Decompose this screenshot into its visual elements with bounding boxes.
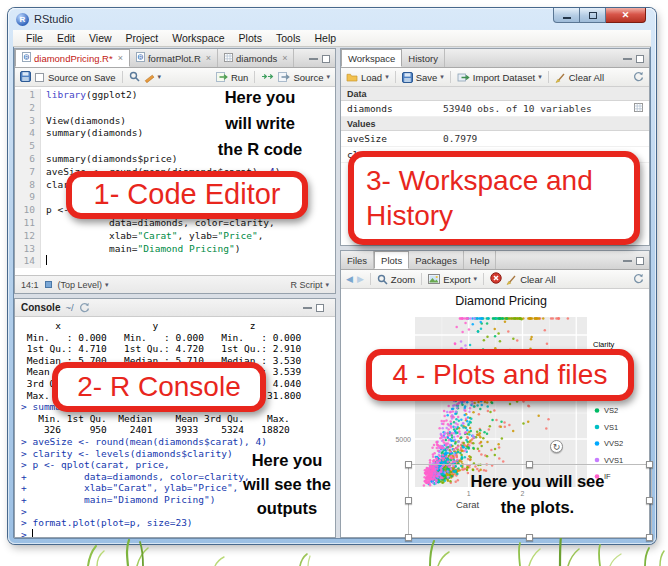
section-header-data: Data: [341, 87, 649, 101]
tab-files[interactable]: Files: [341, 251, 374, 269]
file-type-selector[interactable]: R Script▾: [290, 280, 329, 290]
folder-icon: [346, 72, 358, 82]
load-workspace-button[interactable]: Load▾: [346, 72, 389, 83]
source-button[interactable]: Source▾: [278, 72, 330, 83]
resize-handle[interactable]: [646, 497, 653, 504]
scope-selector[interactable]: (Top Level)▾: [58, 280, 109, 290]
save-workspace-button[interactable]: Save▾: [402, 72, 444, 83]
tab-workspace[interactable]: Workspace: [341, 49, 402, 67]
refresh-icon[interactable]: [633, 273, 644, 286]
code-line: 14: [15, 255, 335, 268]
plots-toolbar: ◀ ▶ Zoom Export▾ Clear All: [341, 270, 649, 289]
menu-file[interactable]: File: [19, 31, 50, 45]
resize-handle[interactable]: [526, 534, 533, 541]
next-plot-icon[interactable]: ▶: [357, 274, 364, 284]
history-arrow-icon[interactable]: [79, 299, 90, 317]
clear-all-plots-button[interactable]: Clear All: [506, 274, 555, 285]
minimize-button[interactable]: [553, 8, 580, 23]
remove-plot-icon[interactable]: [490, 272, 502, 286]
tab-label: History: [408, 53, 438, 64]
annotation-note-plots: Here you will seethe plots.: [430, 468, 645, 520]
tab-label: diamonds: [236, 53, 277, 64]
tab-label: Plots: [381, 255, 402, 266]
export-plot-button[interactable]: Export▾: [428, 274, 477, 285]
menu-view[interactable]: View: [82, 31, 119, 45]
line-number: 11: [15, 217, 41, 230]
broom-icon: [506, 274, 517, 285]
close-button[interactable]: ✕: [606, 8, 646, 23]
zoom-plot-button[interactable]: Zoom: [377, 274, 415, 285]
source-on-save-checkbox[interactable]: [35, 73, 44, 82]
pane-minimize-icon[interactable]: [623, 260, 632, 262]
resize-handle[interactable]: [646, 461, 653, 468]
console-title: Console: [21, 302, 60, 313]
tab-label: diamondPricing.R*: [34, 53, 113, 64]
import-dataset-button[interactable]: Import Dataset▾: [457, 72, 542, 83]
resize-handle[interactable]: [405, 461, 412, 468]
menu-project[interactable]: Project: [119, 31, 166, 45]
code-tools-button[interactable]: ▾: [144, 72, 162, 83]
workspace-object-diamonds[interactable]: diamonds53940 obs. of 10 variables: [341, 101, 649, 117]
pane-maximize-icon[interactable]: [636, 55, 644, 63]
line-number: 7: [15, 166, 41, 179]
workspace-tab-bar: WorkspaceHistory: [341, 49, 649, 68]
refresh-icon[interactable]: [633, 71, 644, 84]
annotation-note-editor: Here youwill writethe R code: [190, 84, 330, 162]
console-line: >: [21, 529, 335, 537]
line-number: 13: [15, 243, 41, 256]
svg-text:VS1: VS1: [604, 423, 618, 432]
line-number: 4: [15, 127, 41, 140]
save-icon[interactable]: [20, 71, 31, 84]
annotation-note-console: Here youwill see theoutputs: [218, 448, 356, 520]
run-button[interactable]: Run: [216, 72, 248, 83]
broom-icon: [555, 72, 566, 83]
close-tab-icon[interactable]: ×: [282, 53, 287, 63]
cursor-position: 14:1: [21, 280, 39, 290]
tab-plots[interactable]: Plots: [374, 251, 409, 269]
resize-handle[interactable]: [405, 534, 412, 541]
pane-maximize-icon[interactable]: [316, 304, 324, 312]
tab-help[interactable]: Help: [464, 251, 497, 269]
tab-history[interactable]: History: [402, 49, 445, 67]
menu-tools[interactable]: Tools: [269, 31, 308, 45]
pane-minimize-icon[interactable]: [623, 58, 632, 60]
resize-handle[interactable]: [646, 534, 653, 541]
pane-maximize-icon[interactable]: [636, 257, 644, 265]
workspace-object-aveSize[interactable]: aveSize0.7979: [341, 131, 649, 147]
resize-handle[interactable]: [405, 497, 412, 504]
menu-workspace[interactable]: Workspace: [165, 31, 231, 45]
menu-edit[interactable]: Edit: [50, 31, 82, 45]
object-value: 0.7979: [443, 133, 643, 144]
tab-label: Help: [470, 255, 490, 266]
clear-all-button[interactable]: Clear All: [555, 72, 604, 83]
tab-packages[interactable]: Packages: [409, 251, 464, 269]
view-data-icon[interactable]: [634, 103, 643, 114]
menu-plots[interactable]: Plots: [232, 31, 269, 45]
rotate-handle[interactable]: ↻: [550, 440, 563, 453]
rerun-icon[interactable]: [261, 72, 274, 83]
tab-formatplot-r[interactable]: RformatPlot.R×: [130, 49, 218, 67]
line-number: 3: [15, 115, 41, 128]
save-icon: [402, 72, 413, 83]
close-tab-icon[interactable]: ×: [118, 53, 123, 63]
svg-text:VS2: VS2: [604, 406, 618, 415]
source-icon: [278, 72, 290, 82]
svg-text:5000: 5000: [395, 436, 411, 443]
previous-plot-icon[interactable]: ◀: [346, 274, 353, 284]
minimize-icon: [563, 17, 571, 19]
console-line: 326 950 2401 3933 5324 18820: [21, 424, 335, 436]
close-tab-icon[interactable]: ×: [206, 53, 211, 63]
maximize-button[interactable]: [580, 8, 606, 23]
line-number: 12: [15, 230, 41, 243]
tab-diamondpricing-r-[interactable]: RdiamondPricing.R*×: [15, 49, 130, 67]
menu-help[interactable]: Help: [307, 31, 343, 45]
console-line: x y z: [21, 320, 335, 332]
search-icon[interactable]: [129, 71, 140, 84]
tab-diamonds[interactable]: diamonds×: [218, 49, 294, 67]
tab-label: formatPlot.R: [148, 53, 201, 64]
resize-handle[interactable]: [526, 461, 533, 468]
pane-minimize-icon[interactable]: [309, 58, 318, 60]
pane-minimize-icon[interactable]: [303, 307, 312, 309]
line-number: 14: [15, 255, 41, 268]
pane-maximize-icon[interactable]: [322, 55, 330, 63]
